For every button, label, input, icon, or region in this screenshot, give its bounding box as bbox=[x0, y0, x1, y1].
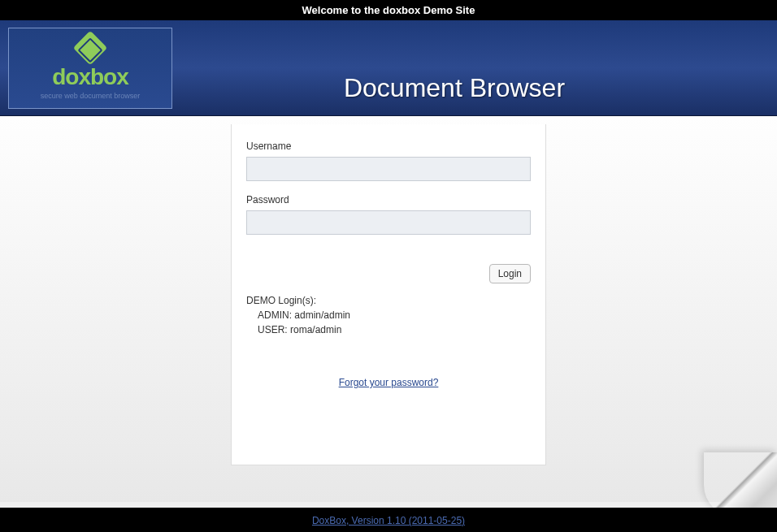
logo-diamond-icon bbox=[73, 31, 107, 65]
demo-logins: DEMO Login(s): ADMIN: admin/admin USER: … bbox=[246, 295, 531, 335]
password-input[interactable] bbox=[246, 210, 531, 235]
password-label: Password bbox=[246, 194, 531, 205]
content-area: Username Password Login DEMO Login(s): A… bbox=[0, 116, 777, 502]
username-input[interactable] bbox=[246, 157, 531, 181]
version-link[interactable]: DoxBox, Version 1.10 (2011-05-25) bbox=[312, 515, 465, 526]
forgot-password-row: Forgot your password? bbox=[246, 374, 531, 389]
forgot-password-link[interactable]: Forgot your password? bbox=[339, 377, 439, 388]
header: doxbox secure web document browser Docum… bbox=[0, 20, 777, 116]
logo[interactable]: doxbox secure web document browser bbox=[8, 28, 172, 109]
login-panel: Username Password Login DEMO Login(s): A… bbox=[231, 124, 546, 465]
top-bar: Welcome to the doxbox Demo Site bbox=[0, 0, 777, 20]
demo-logins-title: DEMO Login(s): bbox=[246, 295, 531, 306]
logo-tagline: secure web document browser bbox=[41, 92, 141, 100]
logo-text: doxbox bbox=[52, 64, 128, 90]
page-title: Document Browser bbox=[172, 32, 777, 103]
welcome-text: Welcome to the doxbox Demo Site bbox=[302, 4, 475, 16]
login-button-row: Login bbox=[246, 264, 531, 283]
footer: DoxBox, Version 1.10 (2011-05-25) bbox=[0, 508, 777, 532]
login-button[interactable]: Login bbox=[489, 264, 531, 283]
demo-user-line: USER: roma/admin bbox=[246, 324, 531, 335]
username-label: Username bbox=[246, 141, 531, 152]
demo-admin-line: ADMIN: admin/admin bbox=[246, 309, 531, 321]
